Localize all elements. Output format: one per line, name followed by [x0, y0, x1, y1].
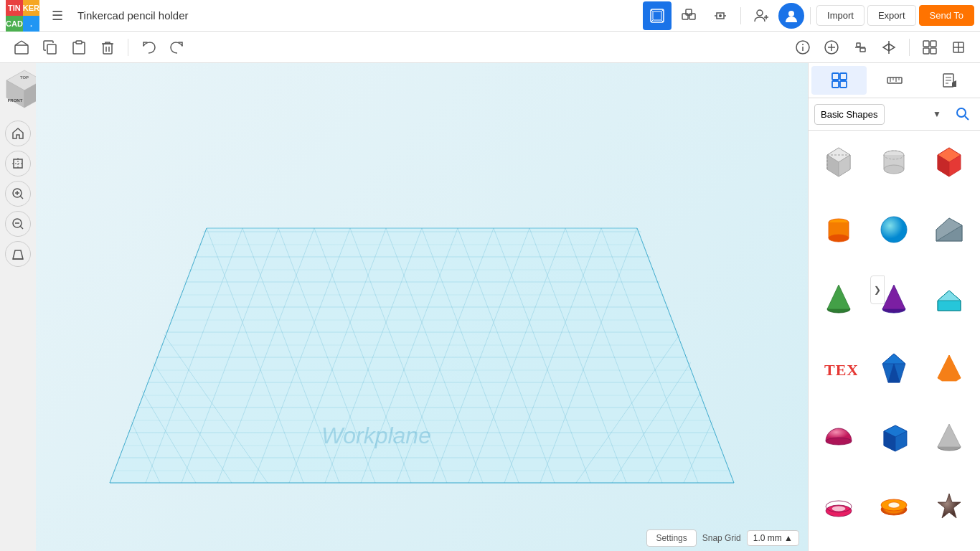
view-ruler-button[interactable]: [867, 66, 922, 95]
view-circuit-button[interactable]: [706, 1, 735, 30]
shape-item-gem[interactable]: [867, 341, 921, 395]
grid-view-icon: [831, 72, 848, 89]
zoom-out-button[interactable]: [5, 211, 31, 237]
shape-item-sphere[interactable]: [867, 202, 921, 257]
zoom-in-icon: [11, 187, 24, 200]
shape-text-img: TEXT: [820, 349, 857, 387]
svg-rect-36: [930, 48, 936, 54]
ungroup-button[interactable]: [946, 34, 971, 60]
redo-icon: [169, 39, 185, 55]
copy-button[interactable]: [37, 34, 63, 60]
align-icon: [852, 39, 868, 55]
paste-button[interactable]: [66, 34, 92, 60]
shape-gem-img: [875, 349, 913, 387]
export-button[interactable]: Export: [867, 5, 916, 26]
shape-item-roof[interactable]: [922, 272, 976, 326]
shape-box-img: [930, 142, 968, 179]
view-notes-button[interactable]: [922, 66, 977, 95]
svg-marker-33: [883, 44, 889, 51]
workplane-svg: Workplane: [106, 221, 738, 494]
shape-item-cone-green[interactable]: [811, 272, 866, 326]
svg-text:Workplane: Workplane: [321, 423, 431, 448]
svg-marker-57: [13, 250, 23, 259]
workplane: Workplane: [106, 221, 738, 494]
undo-button[interactable]: [136, 34, 161, 60]
shape-cylinder-img: [820, 211, 857, 248]
canvas-area[interactable]: Workplane Settings Snap Grid 1.0 mm ▲: [36, 63, 808, 551]
shape-item-wedge[interactable]: [922, 202, 976, 257]
mirror-button[interactable]: [876, 34, 902, 60]
svg-marker-172: [938, 355, 961, 381]
svg-rect-122: [832, 81, 839, 88]
shape-item-box-blue[interactable]: [867, 410, 921, 464]
group-icon: [922, 39, 938, 55]
shape-item-box[interactable]: [922, 133, 976, 188]
zoom-out-icon: [11, 217, 24, 230]
new-workplane-button[interactable]: [9, 34, 34, 60]
delete-button[interactable]: [95, 34, 121, 60]
view-blocks-button[interactable]: [674, 1, 703, 30]
shapes-dropdown[interactable]: Basic Shapes: [814, 104, 885, 125]
svg-marker-185: [938, 494, 961, 518]
left-controls: [5, 121, 31, 267]
right-panel: Basic Shapes ▼: [808, 63, 980, 551]
shape-item-donut[interactable]: [867, 479, 921, 534]
shapes-header: Basic Shapes ▼: [809, 98, 980, 131]
svg-point-25: [802, 44, 804, 45]
ruler-view-icon: [886, 72, 903, 89]
svg-rect-1: [653, 11, 661, 20]
note-button[interactable]: [790, 34, 816, 60]
menu-button[interactable]: ☰: [43, 1, 72, 30]
new-workplane-icon: [14, 39, 29, 55]
header: TIN KER CAD . ☰ Tinkercad pencil holder: [0, 0, 980, 32]
shape-item-half-sphere[interactable]: [811, 410, 866, 464]
ungroup-icon: [951, 39, 966, 55]
shape-pyramid-img: [930, 349, 968, 387]
send-to-button[interactable]: Send To: [919, 5, 974, 26]
user-avatar[interactable]: [778, 3, 804, 29]
svg-point-10: [757, 10, 763, 16]
logo-ker: KER: [23, 0, 39, 16]
shape-item-cyl-hole[interactable]: [867, 133, 921, 188]
svg-rect-31: [860, 48, 865, 52]
svg-line-15: [15, 41, 22, 45]
shape-item-cone-gray[interactable]: [922, 410, 976, 464]
svg-point-13: [788, 11, 794, 17]
shape-box-hole-img: [820, 142, 857, 179]
shape-item-cylinder[interactable]: [811, 202, 866, 257]
perspective-button[interactable]: [5, 241, 31, 267]
import-button[interactable]: Import: [816, 5, 864, 26]
fit-button[interactable]: [5, 151, 31, 176]
svg-rect-124: [887, 77, 902, 83]
zoom-in-button[interactable]: [5, 181, 31, 207]
view-grid-button[interactable]: [811, 66, 867, 95]
shape-item-torus[interactable]: [811, 479, 866, 534]
paste-icon: [71, 39, 87, 55]
shape-item-star[interactable]: [922, 479, 976, 534]
settings-button[interactable]: Settings: [646, 529, 696, 547]
group-button[interactable]: [917, 34, 943, 60]
snap-grid-value[interactable]: 1.0 mm ▲: [747, 530, 799, 546]
add-person-button[interactable]: [747, 1, 776, 30]
search-icon: [956, 107, 970, 121]
svg-point-156: [881, 217, 907, 242]
align-button[interactable]: [847, 34, 873, 60]
svg-line-135: [965, 116, 969, 120]
ruler-button[interactable]: [819, 34, 844, 60]
shape-torus-img: [820, 488, 857, 525]
shapes-search-button[interactable]: [951, 103, 974, 126]
svg-line-53: [20, 196, 23, 199]
shape-item-pyramid[interactable]: [922, 341, 976, 395]
notes-view-icon: [941, 72, 958, 89]
shape-item-box-hole[interactable]: [811, 133, 866, 188]
toolbar-separator-2: [909, 39, 910, 56]
redo-button[interactable]: [164, 34, 190, 60]
home-button[interactable]: [5, 121, 31, 146]
collapse-panel-button[interactable]: ❯: [870, 276, 885, 304]
svg-rect-120: [832, 73, 839, 80]
view-3d-button[interactable]: [643, 1, 672, 30]
main-layout: TOP FRONT: [0, 63, 980, 551]
tinkercad-logo[interactable]: TIN KER CAD .: [6, 0, 37, 32]
separator2: [810, 7, 811, 24]
shape-item-text[interactable]: TEXT: [811, 341, 866, 395]
